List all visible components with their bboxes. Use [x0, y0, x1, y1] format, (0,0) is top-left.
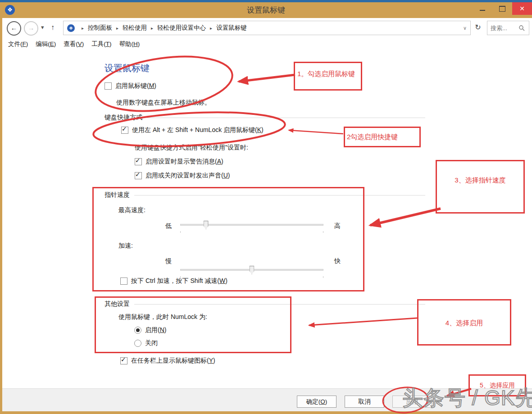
breadcrumb-setup-mouse-keys[interactable]: 设置鼠标键: [216, 24, 247, 32]
address-dropdown-chevron-icon[interactable]: ∨: [459, 21, 471, 35]
minimize-icon: [480, 10, 485, 11]
up-button[interactable]: ↑: [51, 21, 55, 34]
cancel-button[interactable]: 取消: [345, 396, 384, 408]
breadcrumb-ease-of-access-center[interactable]: 轻松使用设置中心: [157, 24, 206, 32]
menu-help[interactable]: 帮助(H): [119, 40, 140, 48]
sound-checkbox-row[interactable]: ✓ 启用或关闭设置时发出声音(U): [135, 172, 230, 180]
menu-bar: 文件(F) 编辑(E) 查看(V) 工具(T) 帮助(H): [2, 38, 532, 50]
sound-checkbox[interactable]: ✓: [135, 172, 142, 179]
back-button[interactable]: ←: [7, 21, 21, 36]
annotation-step3-text: 3、选择指针速度: [437, 161, 523, 185]
search-icon: [518, 25, 525, 31]
maximize-button[interactable]: [492, 2, 512, 15]
warn-checkbox-label: 启用设置时显示警告消息(A): [146, 158, 223, 166]
annotation-rect-pointer-speed: [92, 187, 364, 291]
check-icon: ✓: [135, 157, 141, 164]
tray-checkbox-label: 在任务栏上显示鼠标键图标(Y): [131, 357, 215, 365]
window-title: 设置鼠标键: [0, 5, 532, 15]
annotation-step4-text: 4、选择启用: [418, 300, 510, 328]
address-page-icon: ❖: [67, 24, 75, 32]
warn-checkbox-row[interactable]: ✓ 启用设置时显示警告消息(A): [135, 158, 223, 166]
shortcut-group-header: 键盘快捷方式: [105, 114, 425, 122]
group-divider: [147, 118, 425, 118]
tray-checkbox-row[interactable]: ✓ 在任务栏上显示鼠标键图标(Y): [120, 357, 215, 365]
recent-pages-chevron-icon[interactable]: ▾: [41, 21, 44, 34]
search-box[interactable]: [487, 21, 529, 35]
annotation-box-step3: 3、选择指针速度: [436, 160, 525, 214]
shortcut-note: 使用键盘快捷方式启用"轻松使用"设置时:: [135, 144, 248, 152]
annotation-step2-text: 2勾选启用快捷键: [345, 128, 419, 141]
annotation-box-step4: 4、选择启用: [417, 299, 511, 346]
breadcrumb-separator-icon: ▸: [116, 26, 118, 31]
enable-mousekeys-description: 使用数字键盘在屏幕上移动鼠标。: [116, 99, 211, 107]
breadcrumb-separator-icon: ▸: [151, 26, 153, 31]
breadcrumb-control-panel[interactable]: 控制面板: [88, 24, 112, 32]
breadcrumb-separator-icon: ▸: [210, 26, 212, 31]
shortcut-checkbox-row[interactable]: ✓ 使用左 Alt + 左 Shift + NumLock 启用鼠标键(K): [121, 126, 264, 134]
navigation-toolbar: ← → ▾ ↑ ❖ ▸ 控制面板 ▸ 轻松使用 ▸ 轻松使用设置中心 ▸ 设置鼠…: [2, 18, 532, 38]
sound-checkbox-label: 启用或关闭设置时发出声音(U): [146, 172, 230, 180]
title-bar: ❖ 设置鼠标键 ✕: [0, 2, 532, 18]
address-bar[interactable]: ❖ ▸ 控制面板 ▸ 轻松使用 ▸ 轻松使用设置中心 ▸ 设置鼠标键: [63, 21, 460, 35]
breadcrumb-separator-icon: ▸: [82, 26, 84, 31]
ok-button[interactable]: 确定(O): [297, 396, 336, 408]
watermark-text: 头条号 / GK先生: [402, 384, 532, 412]
annotation-rect-other-settings: [95, 296, 291, 353]
check-icon: ✓: [135, 171, 141, 178]
minimize-button[interactable]: [473, 2, 492, 15]
breadcrumb-ease-of-access[interactable]: 轻松使用: [123, 24, 147, 32]
check-icon: ✓: [121, 356, 126, 363]
enable-mousekeys-row[interactable]: ✓ 启用鼠标键(M): [105, 82, 156, 90]
close-button[interactable]: ✕: [512, 2, 532, 15]
search-input[interactable]: [487, 25, 518, 32]
menu-tools[interactable]: 工具(T): [91, 40, 111, 48]
annotation-box-step2: 2勾选启用快捷键: [344, 127, 421, 147]
menu-edit[interactable]: 编辑(E): [36, 40, 56, 48]
warn-checkbox[interactable]: ✓: [135, 158, 142, 165]
window-left-border: [0, 18, 2, 414]
shortcut-checkbox[interactable]: ✓: [121, 127, 128, 134]
page-title: 设置鼠标键: [105, 62, 150, 74]
enable-mousekeys-checkbox[interactable]: ✓: [105, 82, 112, 90]
annotation-box-step1: 1。勾选启用鼠标键: [294, 62, 362, 91]
menu-view[interactable]: 查看(V): [64, 40, 84, 48]
shortcut-checkbox-label: 使用左 Alt + 左 Shift + NumLock 启用鼠标键(K): [132, 126, 264, 134]
enable-mousekeys-label: 启用鼠标键(M): [115, 82, 156, 90]
forward-button[interactable]: →: [24, 21, 38, 36]
shortcut-group-title: 键盘快捷方式: [105, 114, 142, 122]
check-icon: ✓: [122, 125, 127, 132]
annotation-step1-text: 1。勾选启用鼠标键: [295, 63, 361, 78]
tray-checkbox[interactable]: ✓: [120, 357, 127, 364]
maximize-icon: [499, 6, 505, 12]
refresh-icon[interactable]: ↻: [472, 21, 484, 34]
menu-file[interactable]: 文件(F): [8, 40, 28, 48]
